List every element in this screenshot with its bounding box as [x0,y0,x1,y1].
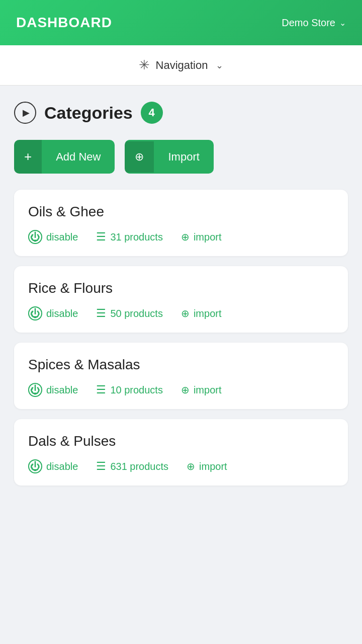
list-icon: ☰ [96,307,106,320]
store-name: Demo Store [282,17,335,29]
category-card: Dals & Pulses ⏻ disable ☰ 631 products ⊕… [14,419,348,486]
power-icon: ⏻ [28,383,42,397]
category-card: Oils & Ghee ⏻ disable ☰ 31 products ⊕ im… [14,190,348,256]
products-count-label: 631 products [110,461,168,472]
category-actions: ⏻ disable ☰ 31 products ⊕ import [28,230,334,244]
list-icon: ☰ [96,230,106,244]
category-import-action[interactable]: ⊕ import [181,384,222,396]
list-icon: ☰ [96,460,106,473]
category-import-label: import [194,231,222,243]
categories-count-badge: 4 [141,102,163,124]
action-buttons-row: + Add New ⊕ Import [14,140,348,174]
category-name: Spices & Masalas [28,357,334,373]
add-new-button[interactable]: + Add New [14,140,115,174]
products-count-label: 10 products [110,384,163,396]
import-db-icon: ⊕ [181,231,190,243]
category-card: Spices & Masalas ⏻ disable ☰ 10 products… [14,343,348,409]
categories-header: ▶ Categories 4 [14,102,348,124]
category-name: Dals & Pulses [28,433,334,449]
category-import-label: import [199,461,227,472]
power-icon: ⏻ [28,459,42,473]
category-import-label: import [194,384,222,396]
store-selector[interactable]: Demo Store ⌄ [282,17,346,29]
import-db-icon: ⊕ [181,307,190,319]
category-actions: ⏻ disable ☰ 10 products ⊕ import [28,383,334,397]
import-button[interactable]: ⊕ Import [125,140,213,174]
import-db-icon: ⊕ [181,384,190,396]
category-import-action[interactable]: ⊕ import [181,307,222,319]
category-actions: ⏻ disable ☰ 50 products ⊕ import [28,306,334,320]
add-new-label: Add New [42,141,115,173]
category-name: Rice & Flours [28,280,334,296]
category-products-action[interactable]: ☰ 50 products [96,307,163,320]
category-products-action[interactable]: ☰ 631 products [96,460,168,473]
power-icon: ⏻ [28,306,42,320]
category-card: Rice & Flours ⏻ disable ☰ 50 products ⊕ … [14,266,348,333]
import-db-icon: ⊕ [187,460,195,472]
category-name: Oils & Ghee [28,204,334,220]
category-cards-list: Oils & Ghee ⏻ disable ☰ 31 products ⊕ im… [14,190,348,486]
disable-label: disable [46,461,78,472]
store-chevron-icon: ⌄ [339,18,346,28]
categories-title: Categories [44,103,133,123]
products-count-label: 31 products [110,231,163,243]
category-products-action[interactable]: ☰ 10 products [96,383,163,396]
disable-label: disable [46,308,78,319]
navigation-icon: ✳ [139,57,150,73]
add-new-icon: + [14,140,42,174]
category-disable-action[interactable]: ⏻ disable [28,383,78,397]
disable-label: disable [46,231,78,243]
main-content: ▶ Categories 4 + Add New ⊕ Import Oils &… [0,86,362,512]
category-disable-action[interactable]: ⏻ disable [28,459,78,473]
category-import-label: import [194,308,222,319]
power-icon: ⏻ [28,230,42,244]
products-count-label: 50 products [110,308,163,319]
navigation-label: Navigation [156,59,208,72]
category-products-action[interactable]: ☰ 31 products [96,230,163,244]
import-label: Import [154,141,213,173]
import-icon: ⊕ [125,141,154,173]
category-import-action[interactable]: ⊕ import [187,460,227,472]
category-disable-action[interactable]: ⏻ disable [28,306,78,320]
disable-label: disable [46,384,78,396]
category-import-action[interactable]: ⊕ import [181,231,222,243]
categories-play-icon: ▶ [14,102,36,124]
navigation-chevron-icon: ⌄ [216,60,223,71]
list-icon: ☰ [96,383,106,396]
category-actions: ⏻ disable ☰ 631 products ⊕ import [28,459,334,473]
category-disable-action[interactable]: ⏻ disable [28,230,78,244]
header: DASHBOARD Demo Store ⌄ [0,0,362,45]
header-title: DASHBOARD [16,15,112,31]
navigation-dropdown[interactable]: ✳ Navigation ⌄ [139,57,224,73]
navigation-bar: ✳ Navigation ⌄ [0,45,362,86]
